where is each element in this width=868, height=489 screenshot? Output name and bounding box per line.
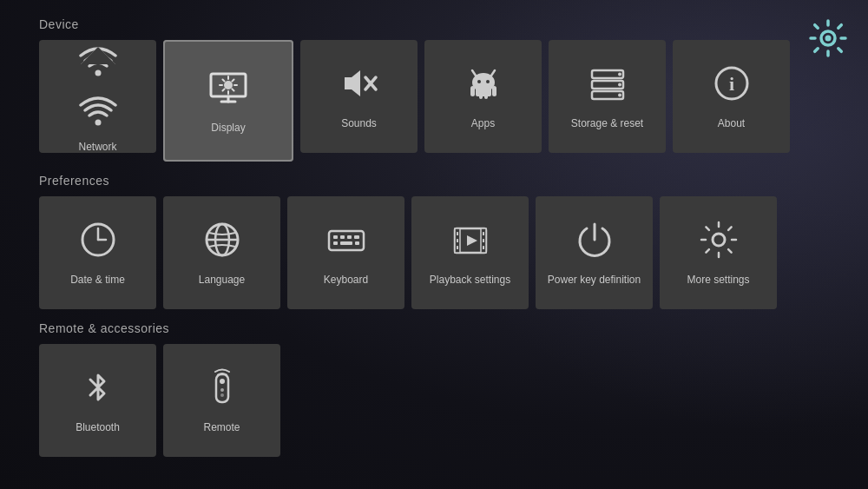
tile-playback-settings[interactable]: Playback settings — [411, 196, 529, 309]
device-section-label: Device — [39, 17, 829, 31]
more-settings-label: More settings — [683, 274, 753, 286]
apps-icon — [464, 63, 503, 109]
svg-rect-13 — [492, 86, 496, 96]
svg-point-9 — [477, 80, 481, 83]
svg-point-1 — [825, 36, 832, 42]
display-label: Display — [207, 122, 248, 134]
keyboard-label: Keyboard — [320, 274, 372, 286]
svg-point-47 — [713, 234, 725, 246]
svg-rect-46 — [483, 246, 484, 249]
tile-apps[interactable]: Apps — [424, 40, 542, 153]
remote-tile-row: Bluetooth Remote — [39, 344, 829, 457]
remote-section-label: Remote & accessories — [39, 321, 829, 335]
network-icon — [77, 40, 119, 82]
tile-more-settings[interactable]: More settings — [660, 196, 777, 309]
network-icon-unicode — [79, 90, 117, 134]
playback-settings-label: Playback settings — [426, 274, 514, 286]
apps-label: Apps — [468, 117, 498, 129]
tile-language[interactable]: Language — [163, 196, 280, 309]
tile-date-time[interactable]: Date & time — [39, 196, 156, 309]
svg-point-5 — [224, 81, 233, 89]
tile-keyboard[interactable]: Keyboard — [287, 196, 404, 309]
display-icon — [208, 68, 248, 113]
tile-remote[interactable]: Remote — [163, 344, 280, 457]
svg-rect-34 — [354, 235, 359, 239]
svg-point-50 — [220, 388, 224, 392]
tile-storage-reset[interactable]: Storage & reset — [549, 40, 666, 153]
device-tile-row: Network Display — [39, 40, 829, 162]
svg-rect-14 — [479, 92, 483, 99]
storage-reset-label: Storage & reset — [568, 117, 647, 129]
svg-rect-44 — [483, 232, 484, 235]
tile-sounds[interactable]: Sounds — [300, 40, 418, 153]
svg-rect-30 — [329, 231, 364, 250]
svg-text:i: i — [728, 73, 733, 95]
bluetooth-label: Bluetooth — [72, 421, 123, 433]
svg-rect-45 — [483, 239, 484, 242]
svg-rect-41 — [457, 232, 458, 235]
clock-icon — [78, 220, 118, 265]
tile-display[interactable]: Display — [163, 40, 293, 162]
tile-about[interactable]: i About — [673, 40, 790, 153]
power-icon — [575, 220, 615, 265]
svg-rect-43 — [457, 246, 458, 249]
preferences-section-label: Preferences — [39, 174, 829, 188]
svg-rect-11 — [476, 88, 491, 96]
sounds-icon — [339, 63, 379, 109]
remote-icon — [202, 367, 242, 413]
preferences-tile-row: Date & time Language — [39, 196, 829, 309]
svg-rect-15 — [484, 92, 488, 99]
device-section: Device — [39, 17, 829, 162]
svg-rect-33 — [347, 235, 352, 239]
tile-power-key[interactable]: Power key definition — [536, 196, 653, 309]
remote-label: Remote — [200, 421, 243, 433]
svg-point-20 — [618, 83, 621, 87]
svg-rect-35 — [333, 241, 338, 245]
bluetooth-icon — [78, 367, 118, 413]
playback-icon — [450, 220, 490, 265]
svg-rect-32 — [340, 235, 345, 239]
language-icon — [202, 220, 242, 265]
svg-point-2 — [95, 70, 101, 76]
tile-network[interactable]: Network — [39, 40, 156, 153]
tile-bluetooth[interactable]: Bluetooth — [39, 344, 156, 457]
settings-gear-button[interactable] — [806, 16, 851, 61]
svg-point-19 — [618, 73, 621, 76]
svg-rect-12 — [470, 86, 475, 96]
language-label: Language — [195, 274, 248, 286]
network-label: Network — [75, 141, 120, 153]
gear-icon — [807, 17, 849, 59]
settings-container: Device — [0, 0, 868, 474]
preferences-section: Preferences Date & time — [39, 174, 829, 309]
svg-point-51 — [220, 393, 224, 397]
svg-rect-37 — [355, 241, 359, 245]
svg-point-10 — [486, 80, 490, 83]
date-time-label: Date & time — [67, 274, 128, 286]
svg-point-3 — [95, 120, 101, 126]
sounds-label: Sounds — [338, 117, 380, 129]
svg-point-49 — [220, 379, 225, 384]
svg-rect-31 — [333, 235, 338, 239]
power-key-label: Power key definition — [544, 274, 644, 286]
keyboard-icon — [326, 220, 366, 265]
svg-rect-36 — [340, 241, 352, 245]
more-settings-icon — [699, 220, 739, 265]
svg-rect-42 — [457, 239, 458, 242]
about-label: About — [714, 117, 748, 129]
svg-point-21 — [618, 94, 621, 97]
storage-icon — [588, 63, 628, 109]
about-icon: i — [712, 63, 752, 109]
remote-accessories-section: Remote & accessories Bluetooth — [39, 321, 829, 457]
